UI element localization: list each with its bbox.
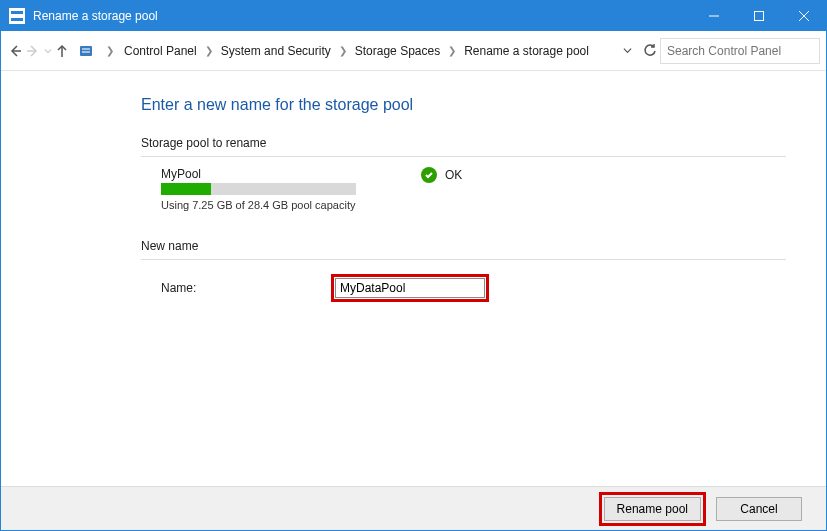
window-controls <box>691 1 826 31</box>
chevron-down-icon[interactable] <box>623 44 632 58</box>
svg-rect-1 <box>754 12 763 21</box>
nav-forward-button[interactable] <box>25 38 41 64</box>
search-input[interactable] <box>667 44 817 58</box>
divider <box>141 156 786 157</box>
breadcrumb-item[interactable]: Rename a storage pool <box>460 44 593 58</box>
section-label-rename: Storage pool to rename <box>141 136 826 150</box>
chevron-right-icon: ❯ <box>444 45 460 56</box>
breadcrumb-item[interactable]: System and Security <box>217 44 335 58</box>
highlight-box: Rename pool <box>599 492 706 526</box>
name-row: Name: <box>161 274 826 302</box>
navbar: ❯ Control Panel ❯ System and Security ❯ … <box>1 31 826 71</box>
close-button[interactable] <box>781 1 826 31</box>
breadcrumb-item[interactable]: Storage Spaces <box>351 44 444 58</box>
search-box[interactable] <box>660 38 820 64</box>
titlebar: Rename a storage pool <box>1 1 826 31</box>
breadcrumb[interactable]: ❯ Control Panel ❯ System and Security ❯ … <box>100 38 632 64</box>
chevron-right-icon: ❯ <box>100 45 120 56</box>
app-icon <box>9 8 25 24</box>
page-title: Enter a new name for the storage pool <box>141 96 826 114</box>
ok-check-icon <box>421 167 437 183</box>
pool-name: MyPool <box>161 167 421 181</box>
status-text: OK <box>445 168 462 182</box>
pool-name-input[interactable] <box>335 278 485 298</box>
section-label-newname: New name <box>141 239 826 253</box>
capacity-text: Using 7.25 GB of 28.4 GB pool capacity <box>161 199 421 211</box>
nav-back-button[interactable] <box>7 38 23 64</box>
cancel-button[interactable]: Cancel <box>716 497 802 521</box>
capacity-bar <box>161 183 356 195</box>
capacity-bar-fill <box>161 183 211 195</box>
footer: Rename pool Cancel <box>1 486 826 530</box>
nav-recent-button[interactable] <box>43 38 52 64</box>
svg-rect-8 <box>82 48 90 50</box>
minimize-button[interactable] <box>691 1 736 31</box>
breadcrumb-item[interactable]: Control Panel <box>120 44 201 58</box>
address-icon <box>78 42 94 60</box>
highlight-box <box>331 274 489 302</box>
window-title: Rename a storage pool <box>33 9 158 23</box>
refresh-button[interactable] <box>642 38 658 64</box>
content-area: Enter a new name for the storage pool St… <box>1 76 826 486</box>
svg-rect-9 <box>82 51 90 53</box>
pool-status: OK <box>421 167 462 183</box>
maximize-button[interactable] <box>736 1 781 31</box>
rename-pool-button[interactable]: Rename pool <box>604 497 701 521</box>
chevron-right-icon: ❯ <box>335 45 351 56</box>
chevron-right-icon: ❯ <box>201 45 217 56</box>
pool-info-row: MyPool Using 7.25 GB of 28.4 GB pool cap… <box>161 167 826 211</box>
divider <box>141 259 786 260</box>
name-field-label: Name: <box>161 281 331 295</box>
nav-up-button[interactable] <box>54 38 70 64</box>
